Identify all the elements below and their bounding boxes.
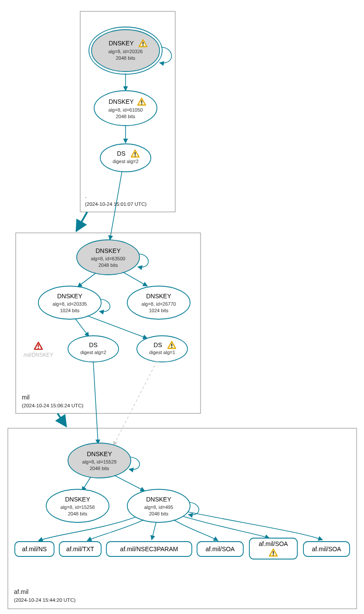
zone-afmil: af.mil (2024-10-24 15:44:20 UTC) DNSKEY … xyxy=(8,428,357,609)
svg-text:alg=8, id=26770: alg=8, id=26770 xyxy=(142,301,176,307)
svg-text:DNSKEY: DNSKEY xyxy=(109,40,134,47)
zone-mil: mil (2024-10-24 15:06:24 UTC) DNSKEY alg… xyxy=(16,233,201,413)
zone-root-name: . xyxy=(85,192,87,199)
svg-text:alg=8, id=15529: alg=8, id=15529 xyxy=(82,459,117,464)
dnssec-graph: . (2024-10-24 15:01:07 UTC) DNSKEY alg=8… xyxy=(0,0,364,614)
svg-text:af.mil/TXT: af.mil/TXT xyxy=(66,546,94,553)
svg-text:DS: DS xyxy=(89,341,97,348)
svg-text:DNSKEY: DNSKEY xyxy=(146,496,171,503)
node-afmil-ksk: DNSKEY alg=8, id=15529 2048 bits xyxy=(68,443,131,478)
svg-text:af.mil/NSEC3PARAM: af.mil/NSEC3PARAM xyxy=(120,546,178,553)
svg-text:af.mil/SOA: af.mil/SOA xyxy=(259,540,289,547)
node-mil-zsk-20335: DNSKEY alg=8, id=20335 1024 bits xyxy=(38,286,101,319)
svg-text:digest alg=2: digest alg=2 xyxy=(112,159,139,164)
svg-text:2048 bits: 2048 bits xyxy=(68,511,88,516)
edge-mil-ds1-to-afmil-ksk xyxy=(93,362,98,444)
svg-text:1024 bits: 1024 bits xyxy=(149,308,169,313)
rrset-af-mil-nsec3param: af.mil/NSEC3PARAM xyxy=(106,542,192,556)
svg-text:mil/DNSKEY: mil/DNSKEY xyxy=(24,352,54,358)
svg-text:alg=8, id=20326: alg=8, id=20326 xyxy=(109,49,143,54)
edge-mil-ksk-to-zsk1 xyxy=(78,273,96,287)
edge-afmil-ksk-to-zsk2 xyxy=(114,475,145,491)
edge-mil-ds2-to-afmil-ksk xyxy=(113,361,157,446)
node-afmil-zsk-15258: DNSKEY alg=8, id=15258 2048 bits xyxy=(46,489,109,522)
edge-to-rrset-2 xyxy=(152,522,156,540)
edge-mil-to-afmil-zone xyxy=(58,413,66,426)
node-mil-ds-alg1: DS digest alg=1 xyxy=(137,336,187,362)
edge-to-rrset-5 xyxy=(188,512,323,540)
svg-text:DS: DS xyxy=(153,341,162,348)
svg-text:alg=8, id=63500: alg=8, id=63500 xyxy=(91,256,126,261)
edge-to-rrset-3 xyxy=(173,520,218,541)
svg-point-30 xyxy=(68,336,119,362)
node-root-ds: DS digest alg=2 xyxy=(100,144,151,172)
mil-dnskey-error: mil/DNSKEY xyxy=(24,342,54,358)
svg-text:digest alg=2: digest alg=2 xyxy=(80,350,106,355)
svg-text:DS: DS xyxy=(117,150,125,157)
svg-point-14 xyxy=(100,144,151,172)
svg-text:2048 bits: 2048 bits xyxy=(116,55,136,61)
edge-afmil-ksk-to-zsk1 xyxy=(82,477,91,491)
zone-root: . (2024-10-24 15:01:07 UTC) DNSKEY alg=8… xyxy=(80,11,175,212)
node-mil-ds-alg2: DS digest alg=2 xyxy=(68,336,119,362)
node-afmil-zsk-495: DNSKEY alg=8, id=495 2048 bits xyxy=(127,489,190,522)
edge-mil-ksk-to-zsk2 xyxy=(123,272,147,286)
zone-mil-timestamp: (2024-10-24 15:06:24 UTC) xyxy=(22,403,83,408)
node-root-ksk: DNSKEY alg=8, id=20326 2048 bits xyxy=(89,27,162,74)
svg-text:2048 bits: 2048 bits xyxy=(99,263,118,268)
edge-root-to-mil-zone xyxy=(76,212,87,231)
svg-text:DNSKEY: DNSKEY xyxy=(87,450,112,457)
zone-mil-name: mil xyxy=(22,394,30,401)
edge-mil-zsk1-to-ds2 xyxy=(87,316,147,338)
svg-point-33 xyxy=(137,336,187,362)
svg-text:af.mil/NS: af.mil/NS xyxy=(22,546,47,553)
node-mil-ksk: DNSKEY alg=8, id=63500 2048 bits xyxy=(77,240,139,275)
rrset-af-mil-txt: af.mil/TXT xyxy=(59,542,101,556)
zone-afmil-timestamp: (2024-10-24 15:44:20 UTC) xyxy=(14,597,75,603)
rrset-af-mil-soa-1: af.mil/SOA xyxy=(197,542,243,556)
svg-text:af.mil/SOA: af.mil/SOA xyxy=(312,546,342,553)
svg-text:DNSKEY: DNSKEY xyxy=(146,293,171,300)
svg-text:DNSKEY: DNSKEY xyxy=(65,496,90,503)
error-icon xyxy=(34,342,42,349)
svg-text:2048 bits: 2048 bits xyxy=(116,114,136,119)
rrset-af-mil-soa-3: af.mil/SOA xyxy=(303,542,350,556)
svg-text:1024 bits: 1024 bits xyxy=(60,308,80,313)
svg-text:alg=8, id=495: alg=8, id=495 xyxy=(144,505,173,510)
svg-text:DNSKEY: DNSKEY xyxy=(57,293,82,300)
svg-text:2048 bits: 2048 bits xyxy=(149,511,169,516)
node-root-zsk: DNSKEY alg=8, id=61050 2048 bits xyxy=(94,91,157,126)
svg-text:alg=8, id=61050: alg=8, id=61050 xyxy=(109,107,143,113)
rrset-af-mil-soa-2-warn: af.mil/SOA xyxy=(249,538,297,559)
svg-text:af.mil/SOA: af.mil/SOA xyxy=(206,546,235,553)
edge-mil-zsk1-to-ds1 xyxy=(75,318,89,337)
rrset-af-mil-ns: af.mil/NS xyxy=(15,542,54,556)
svg-text:alg=8, id=15258: alg=8, id=15258 xyxy=(61,505,95,510)
svg-text:alg=8, id=20335: alg=8, id=20335 xyxy=(53,301,87,307)
svg-text:digest alg=1: digest alg=1 xyxy=(149,350,175,355)
svg-text:DNSKEY: DNSKEY xyxy=(95,247,121,254)
svg-text:2048 bits: 2048 bits xyxy=(90,466,109,471)
svg-text:DNSKEY: DNSKEY xyxy=(109,98,134,105)
zone-afmil-name: af.mil xyxy=(14,588,28,595)
node-mil-zsk-26770: DNSKEY alg=8, id=26770 1024 bits xyxy=(127,286,190,319)
